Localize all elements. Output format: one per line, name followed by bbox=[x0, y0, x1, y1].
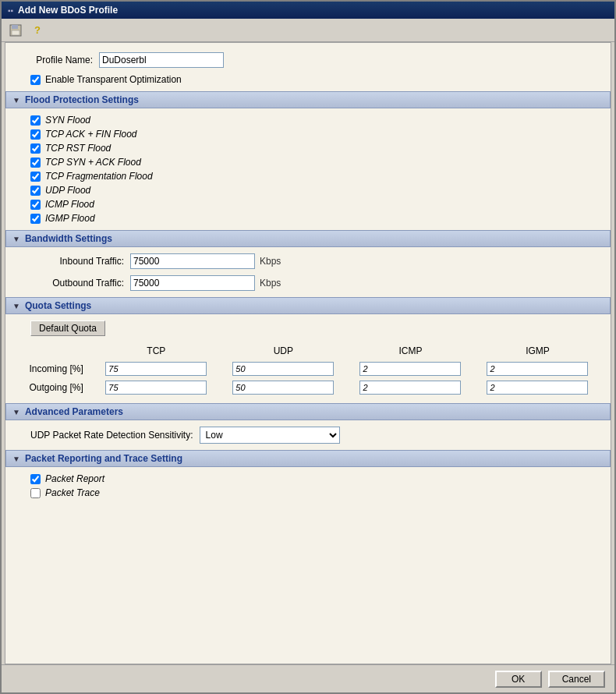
quota-empty-header bbox=[15, 342, 93, 359]
outbound-unit: Kbps bbox=[260, 278, 281, 289]
flood-arrow: ▼ bbox=[12, 96, 20, 104]
bandwidth-section-label: Bandwidth Settings bbox=[25, 233, 112, 244]
profile-name-row: Profile Name: bbox=[15, 52, 601, 68]
default-quota-button[interactable]: Default Quota bbox=[30, 320, 105, 336]
packet-report-label: Packet Report bbox=[45, 473, 104, 484]
svg-rect-1 bbox=[12, 25, 18, 29]
inbound-unit: Kbps bbox=[260, 256, 281, 267]
quota-icmp-header: ICMP bbox=[347, 342, 474, 359]
igmp-flood-checkbox[interactable] bbox=[30, 214, 41, 224]
packet-report-row: Packet Report bbox=[15, 473, 601, 484]
outgoing-icmp-cell bbox=[347, 378, 474, 397]
flood-item-udp: UDP Flood bbox=[15, 185, 601, 196]
tcp-frag-label: TCP Fragmentation Flood bbox=[45, 171, 153, 182]
flood-item-tcp-syn-ack: TCP SYN + ACK Flood bbox=[15, 157, 601, 168]
outbound-label: Outbound Traffic: bbox=[30, 278, 124, 289]
quota-table: TCP UDP ICMP IGMP Incoming [%] Outgoing … bbox=[15, 342, 601, 397]
packet-arrow: ▼ bbox=[12, 455, 20, 463]
flood-item-tcp-ack-fin: TCP ACK + FIN Flood bbox=[15, 129, 601, 140]
packet-section-header[interactable]: ▼ Packet Reporting and Trace Setting bbox=[5, 450, 611, 467]
bottom-bar: OK Cancel bbox=[2, 664, 614, 692]
incoming-label: Incoming [%] bbox=[15, 359, 93, 378]
profile-name-input[interactable] bbox=[99, 52, 224, 68]
tcp-rst-checkbox[interactable] bbox=[30, 143, 41, 154]
outgoing-tcp-input[interactable] bbox=[105, 381, 207, 395]
outgoing-row: Outgoing [%] bbox=[15, 378, 601, 397]
incoming-igmp-cell bbox=[474, 359, 601, 378]
udp-rate-row: UDP Packet Rate Detection Sensitivity: L… bbox=[15, 427, 601, 444]
advanced-section-header[interactable]: ▼ Advanced Parameters bbox=[5, 403, 611, 420]
udp-rate-label: UDP Packet Rate Detection Sensitivity: bbox=[30, 430, 193, 441]
transparent-row: Enable Transparent Optimization bbox=[15, 74, 601, 85]
outgoing-udp-cell bbox=[220, 378, 347, 397]
svg-rect-2 bbox=[12, 30, 19, 35]
cancel-button[interactable]: Cancel bbox=[548, 671, 605, 688]
inbound-input[interactable] bbox=[130, 253, 255, 269]
transparent-label: Enable Transparent Optimization bbox=[45, 74, 182, 85]
incoming-igmp-input[interactable] bbox=[487, 362, 588, 376]
flood-item-igmp: IGMP Flood bbox=[15, 213, 601, 224]
incoming-icmp-input[interactable] bbox=[359, 362, 461, 376]
transparent-checkbox[interactable] bbox=[30, 75, 41, 85]
title-bar: ▪▪ Add New BDoS Profile bbox=[2, 2, 614, 19]
flood-item-tcp-rst: TCP RST Flood bbox=[15, 143, 601, 154]
syn-label: SYN Flood bbox=[45, 115, 90, 126]
window-title: Add New BDoS Profile bbox=[18, 5, 118, 16]
outgoing-igmp-cell bbox=[474, 378, 601, 397]
flood-items: SYN Flood TCP ACK + FIN Flood TCP RST Fl… bbox=[15, 115, 601, 224]
outbound-input[interactable] bbox=[130, 275, 255, 291]
flood-item-syn: SYN Flood bbox=[15, 115, 601, 126]
outgoing-igmp-input[interactable] bbox=[487, 381, 588, 395]
tcp-syn-ack-checkbox[interactable] bbox=[30, 158, 41, 168]
quota-tcp-header: TCP bbox=[93, 342, 220, 359]
outgoing-label: Outgoing [%] bbox=[15, 378, 93, 397]
udp-rate-select[interactable]: Low Medium High bbox=[200, 427, 340, 444]
packet-trace-checkbox[interactable] bbox=[30, 488, 41, 498]
icmp-flood-label: ICMP Flood bbox=[45, 199, 94, 210]
tcp-ack-fin-label: TCP ACK + FIN Flood bbox=[45, 129, 136, 140]
packet-trace-row: Packet Trace bbox=[15, 487, 601, 498]
quota-udp-header: UDP bbox=[220, 342, 347, 359]
outgoing-tcp-cell bbox=[93, 378, 220, 397]
flood-item-tcp-frag: TCP Fragmentation Flood bbox=[15, 171, 601, 182]
udp-flood-checkbox[interactable] bbox=[30, 186, 41, 196]
quota-btn-row: Default Quota bbox=[15, 320, 601, 336]
inbound-label: Inbound Traffic: bbox=[30, 256, 124, 267]
tcp-frag-checkbox[interactable] bbox=[30, 172, 41, 182]
incoming-tcp-input[interactable] bbox=[105, 362, 207, 376]
syn-checkbox[interactable] bbox=[30, 115, 41, 126]
window: ▪▪ Add New BDoS Profile ? Profile Name: … bbox=[0, 0, 616, 694]
flood-section-header[interactable]: ▼ Flood Protection Settings bbox=[5, 91, 611, 108]
advanced-arrow: ▼ bbox=[12, 408, 20, 416]
ok-button[interactable]: OK bbox=[495, 671, 542, 688]
packet-trace-label: Packet Trace bbox=[45, 487, 100, 498]
flood-section-label: Flood Protection Settings bbox=[25, 94, 139, 105]
tcp-rst-label: TCP RST Flood bbox=[45, 143, 111, 154]
udp-flood-label: UDP Flood bbox=[45, 185, 90, 196]
outbound-row: Outbound Traffic: Kbps bbox=[15, 275, 601, 291]
quota-section-header[interactable]: ▼ Quota Settings bbox=[5, 297, 611, 314]
igmp-flood-label: IGMP Flood bbox=[45, 213, 95, 224]
tcp-syn-ack-label: TCP SYN + ACK Flood bbox=[45, 157, 141, 168]
incoming-icmp-cell bbox=[347, 359, 474, 378]
bandwidth-arrow: ▼ bbox=[12, 235, 20, 243]
quota-igmp-header: IGMP bbox=[474, 342, 601, 359]
icmp-flood-checkbox[interactable] bbox=[30, 200, 41, 210]
save-icon[interactable] bbox=[8, 23, 23, 38]
content-area: Profile Name: Enable Transparent Optimiz… bbox=[5, 42, 611, 664]
title-dots: ▪▪ bbox=[8, 6, 13, 15]
outgoing-udp-input[interactable] bbox=[232, 381, 334, 395]
quota-arrow: ▼ bbox=[12, 302, 20, 310]
quota-section-label: Quota Settings bbox=[25, 300, 91, 311]
tcp-ack-fin-checkbox[interactable] bbox=[30, 129, 41, 140]
outgoing-icmp-input[interactable] bbox=[359, 381, 461, 395]
toolbar: ? bbox=[2, 19, 614, 42]
help-icon[interactable]: ? bbox=[30, 23, 45, 38]
incoming-udp-input[interactable] bbox=[232, 362, 334, 376]
incoming-tcp-cell bbox=[93, 359, 220, 378]
packet-report-checkbox[interactable] bbox=[30, 474, 41, 484]
packet-section-label: Packet Reporting and Trace Setting bbox=[25, 453, 182, 464]
incoming-row: Incoming [%] bbox=[15, 359, 601, 378]
bandwidth-section-header[interactable]: ▼ Bandwidth Settings bbox=[5, 230, 611, 247]
inbound-row: Inbound Traffic: Kbps bbox=[15, 253, 601, 269]
